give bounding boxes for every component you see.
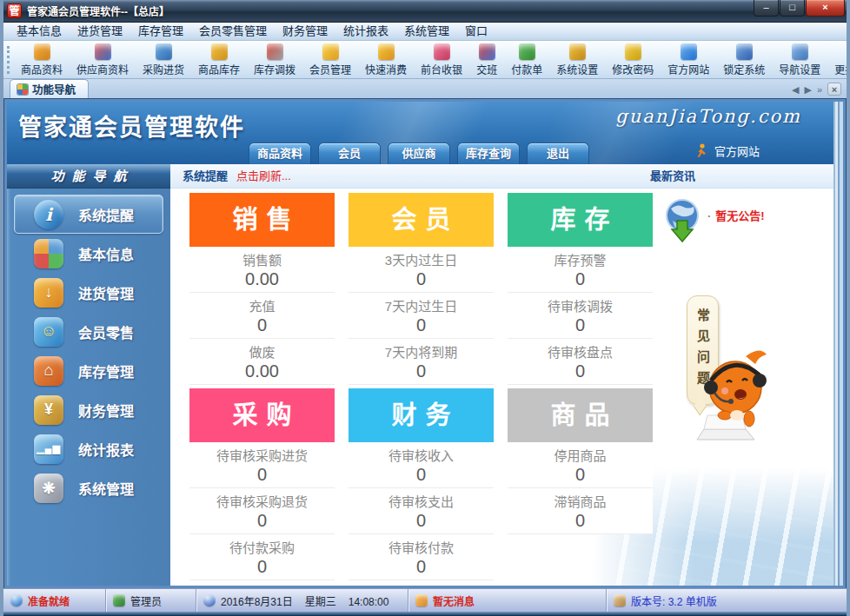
panel-row-label: 待审核支出: [349, 492, 494, 510]
sidebar-item-label: 系统提醒: [78, 204, 134, 225]
gears-icon: ❋: [34, 474, 63, 503]
menu-item-财务管理[interactable]: 财务管理: [275, 23, 335, 40]
app-icon: 管: [7, 3, 22, 18]
panel-row-label: 做废: [189, 342, 335, 361]
toolbar-item-修改密码[interactable]: 修改密码: [605, 43, 661, 76]
status-text: 暂无消息: [433, 593, 475, 608]
panel-row-value: 0: [349, 557, 494, 577]
sidebar-item-label: 进货管理: [78, 282, 134, 303]
menu-item-系统管理[interactable]: 系统管理: [396, 23, 457, 40]
tab-scroll-left-icon[interactable]: ◀: [792, 83, 799, 96]
window-title: 管家通会员管理软件--【总店】: [27, 3, 169, 18]
menu-item-会员零售管理[interactable]: 会员零售管理: [191, 23, 275, 40]
close-button[interactable]: ×: [806, 0, 845, 17]
panel-row: 待审核调拨0: [508, 293, 653, 339]
sidebar-item-会员零售[interactable]: ☺会员零售: [14, 312, 163, 351]
panel-row-value: 0: [508, 269, 653, 289]
sidebar-item-系统提醒[interactable]: i系统提醒: [14, 195, 163, 234]
banner: 管家通会员管理软件 guanJiaTong.com 官方网站 商品资料会员供应商…: [7, 102, 843, 164]
globe-download-icon: [662, 198, 702, 243]
toolbar-item-交班[interactable]: 交班: [469, 43, 504, 76]
toolbar-item-付款单[interactable]: 付款单: [504, 43, 549, 76]
menu-item-统计报表[interactable]: 统计报表: [335, 23, 396, 40]
settings-icon: [569, 43, 586, 60]
panel-body: 库存预警0待审核调拨0待审核盘点0: [508, 247, 653, 385]
sidebar-item-基本信息[interactable]: 基本信息: [14, 234, 163, 273]
menu-item-窗口[interactable]: 窗口: [457, 23, 495, 40]
toolbar-item-label: 官方网站: [667, 62, 709, 76]
mascot-character: [692, 342, 779, 445]
panel-row-value: 0: [189, 465, 335, 485]
sidebar-item-进货管理[interactable]: ↓进货管理: [14, 273, 163, 312]
clock-icon: [203, 594, 216, 606]
runner-icon: [694, 143, 707, 158]
panel-row-label: 库存预警: [508, 250, 653, 268]
toolbar-item-快速消费[interactable]: 快速消费: [358, 43, 414, 76]
panel-销售: 销售销售额0.00充值0做废0.00: [189, 193, 335, 385]
toolbar-item-更换皮肤[interactable]: 更换皮肤▾: [827, 43, 847, 76]
sidebar-item-统计报表[interactable]: ▁▄▆统计报表: [14, 429, 163, 468]
status-cell-clock: 2016年8月31日星期三14:08:00: [196, 589, 408, 612]
status-cell-message: 暂无消息: [408, 589, 607, 612]
nav-button-库存查询[interactable]: 库存查询: [457, 142, 520, 164]
tab-overflow-icon[interactable]: »: [817, 83, 822, 96]
toolbar-item-会员管理[interactable]: 会员管理: [302, 43, 358, 76]
stock-box-icon: [211, 43, 228, 60]
minimize-button[interactable]: –: [754, 0, 779, 17]
panel-商品: 商品停用商品0滞销商品0: [508, 388, 653, 580]
panel-row-label: 待审核采购退货: [189, 492, 335, 510]
cashier-icon: [434, 43, 450, 60]
shift-icon: [479, 43, 495, 60]
tab-scroll-right-icon[interactable]: ▶: [804, 83, 811, 96]
tab-function-nav[interactable]: 功能导航: [10, 79, 89, 98]
refresh-link[interactable]: 点击刷新...: [236, 164, 291, 189]
menu-item-库存管理[interactable]: 库存管理: [130, 23, 191, 40]
panel-row: 待付款采购0: [189, 534, 335, 580]
supplier-icon: [95, 43, 111, 60]
reminder-panels: 销售销售额0.00充值0做废0.00会员3天内过生日07天内过生日07天内将到期…: [189, 193, 653, 580]
toolbar-item-锁定系统[interactable]: 锁定系统: [716, 43, 772, 76]
panel-title: 采购: [189, 388, 335, 442]
nav-button-供应商[interactable]: 供应商: [388, 142, 450, 164]
sidebar-item-库存管理[interactable]: ⌂库存管理: [14, 351, 163, 390]
panel-row-value: 0: [349, 511, 494, 531]
toolbar-item-库存调拨[interactable]: 库存调拨: [247, 43, 302, 76]
panel-row-label: 3天内过生日: [349, 250, 494, 268]
menu-item-进货管理[interactable]: 进货管理: [70, 23, 130, 40]
panel-body: 待审核收入0待审核支出0待审核付款0: [349, 442, 494, 580]
sidebar-item-label: 系统管理: [78, 478, 134, 499]
panel-row: 待审核采购进货0: [189, 442, 335, 488]
toolbar-item-label: 付款单: [511, 62, 542, 76]
tab-close-icon[interactable]: ×: [827, 83, 841, 96]
panel-row: 待审核盘点0: [508, 339, 653, 385]
toolbar-item-商品资料[interactable]: 商品资料: [14, 43, 70, 76]
panel-body: 待审核采购进货0待审核采购退货0待付款采购0: [189, 442, 335, 580]
toolbar-item-供应商资料[interactable]: 供应商资料: [70, 43, 136, 76]
payment-icon: [519, 43, 535, 60]
maximize-button[interactable]: □: [780, 0, 805, 17]
official-site-link[interactable]: 官方网站: [694, 142, 760, 159]
status-text-part: 暂无消息: [433, 596, 475, 608]
website-icon: [681, 43, 697, 60]
sidebar-item-系统管理[interactable]: ❋系统管理: [14, 468, 163, 507]
toolbar-item-label: 系统设置: [556, 62, 598, 76]
toolbar-item-商品库存[interactable]: 商品库存: [191, 43, 247, 76]
sidebar-item-label: 财务管理: [78, 400, 134, 421]
nav-button-退出[interactable]: 退出: [527, 142, 589, 164]
toolbar-item-前台收银[interactable]: 前台收银: [414, 43, 469, 76]
menu-item-基本信息[interactable]: 基本信息: [9, 23, 70, 40]
basket-icon: ↓: [34, 278, 63, 308]
toolbar-item-导航设置[interactable]: 导航设置: [772, 43, 827, 76]
sidebar-item-财务管理[interactable]: ¥财务管理: [14, 390, 163, 429]
sidebar-list: i系统提醒基本信息↓进货管理☺会员零售⌂库存管理¥财务管理▁▄▆统计报表❋系统管…: [7, 189, 170, 507]
panel-row-label: 待付款采购: [189, 538, 335, 556]
nav-button-商品资料[interactable]: 商品资料: [249, 142, 311, 164]
panel-row-value: 0: [508, 465, 653, 485]
menu-bar: 基本信息进货管理库存管理会员零售管理财务管理统计报表系统管理窗口: [3, 23, 847, 41]
toolbar-item-系统设置[interactable]: 系统设置: [549, 43, 605, 76]
nav-button-会员[interactable]: 会员: [318, 142, 381, 164]
toolbar-item-官方网站[interactable]: 官方网站: [661, 43, 716, 76]
toolbar-item-采购进货[interactable]: 采购进货: [136, 43, 191, 76]
status-cell-ready: 准备就绪: [3, 589, 106, 612]
site-url: guanJiaTong.com: [615, 106, 801, 127]
